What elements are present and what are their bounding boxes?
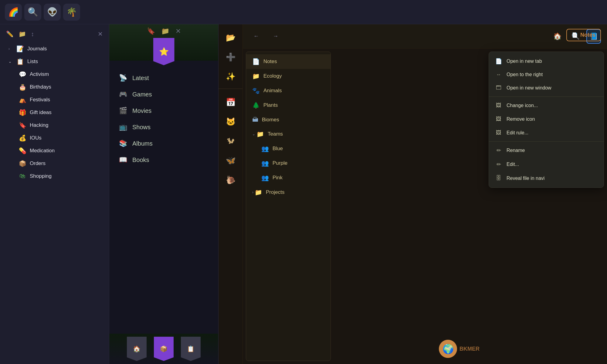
notes-item-blue[interactable]: 👥 Blue [246, 141, 331, 156]
sidebar-item-activism[interactable]: 💬 Activism [2, 68, 107, 80]
panel-folder-add-icon[interactable]: 📂 [222, 29, 239, 46]
panel-cat-icon[interactable]: 🐱 [222, 113, 239, 130]
blue-label: Blue [273, 146, 283, 152]
notes-tab-button[interactable]: 📄 Notes [566, 29, 601, 41]
sidebar-item-journals[interactable]: › 📝 Journals [2, 43, 107, 55]
bookmark-add-icon[interactable]: 🔖 [147, 27, 155, 35]
bookmark-panel: 🔖 📁 ✕ ⭐ 📡 Latest 🎮 Games [109, 24, 219, 364]
panel-snail-icon[interactable]: 🐌 [222, 171, 239, 188]
alien-icon[interactable]: 👽 [44, 4, 61, 21]
shopping-icon: 🛍 [18, 173, 27, 180]
ctx-open-new-window[interactable]: 🗔 Open in new window [489, 81, 604, 95]
home-bookmark-flag[interactable]: 🏠 [127, 337, 147, 361]
bookmark-item-books[interactable]: 📖 Books [109, 152, 218, 168]
journals-icon: 📝 [16, 45, 24, 52]
pink-icon: 👥 [261, 174, 269, 181]
notes-item-animals[interactable]: 🐾 Animals [246, 83, 331, 98]
panel-squirrel-icon[interactable]: 🐿 [222, 133, 239, 150]
watermark-text: BKMER [459, 346, 480, 352]
context-area: 📄 Notes 📁 Ecology 🐾 Animals 🌲 Plants 🏔 [243, 49, 607, 364]
panel-calendar-icon[interactable]: 📅 [222, 94, 239, 111]
notes-item-notes-label: Notes [263, 59, 277, 65]
games-label: Games [132, 91, 152, 98]
palm-icon[interactable]: 🌴 [63, 4, 80, 21]
orders-icon: 📦 [18, 160, 27, 167]
sidebar-item-shopping[interactable]: 🛍 Shopping [2, 170, 107, 182]
movies-icon: 🎬 [118, 107, 127, 115]
ctx-open-new-tab[interactable]: 📄 Open in new tab [489, 54, 604, 68]
notes-item-teams[interactable]: ⌄ 📁 Teams [246, 127, 331, 141]
search-app-icon[interactable]: 🔍 [24, 4, 41, 21]
list-bookmark-flag[interactable]: 📋 [181, 337, 201, 361]
festivals-icon: ⛺ [18, 96, 27, 103]
bookmark-item-albums[interactable]: 📚 Albums [109, 135, 218, 152]
forward-icon[interactable]: → [268, 29, 283, 44]
movies-label: Movies [132, 107, 151, 114]
edit-icon[interactable]: ✏️ [6, 30, 14, 38]
ecology-icon: 📁 [252, 72, 260, 80]
watermark-area: 🌍 BKMER [439, 340, 480, 358]
rainbow-icon[interactable]: 🌈 [5, 4, 22, 21]
ious-label: IOUs [30, 135, 42, 141]
notes-tab-icon: 📄 [572, 32, 578, 38]
sidebar-item-orders[interactable]: 📦 Orders [2, 157, 107, 170]
notes-item-ecology[interactable]: 📁 Ecology [246, 69, 331, 83]
medication-icon: 💊 [18, 147, 27, 154]
plants-icon: 🌲 [252, 102, 260, 109]
albums-icon: 📚 [118, 140, 127, 147]
avatar: 🌍 [439, 340, 457, 358]
remove-icon-icon: 🖼 [495, 116, 502, 122]
sidebar: ✏️ 📁 ↕ ✕ › 📝 Journals ⌄ 📋 Lists 💬 Activi… [0, 24, 109, 364]
ctx-edit-rule[interactable]: 🖼 Edit rule... [489, 126, 604, 140]
sidebar-item-medication[interactable]: 💊 Medication [2, 145, 107, 157]
notes-item-biomes[interactable]: 🏔 Biomes [246, 113, 331, 127]
sort-icon[interactable]: ↕ [31, 31, 34, 38]
ctx-edit[interactable]: ✏ Edit... [489, 157, 604, 171]
archive-bookmark-flag[interactable]: 📦 [154, 337, 174, 361]
home-tab-icon[interactable]: 🏠 [550, 29, 565, 44]
bookmark-item-shows[interactable]: 📺 Shows [109, 119, 218, 135]
panel-add-icon[interactable]: ➕ [222, 49, 239, 66]
bookmark-item-latest[interactable]: 📡 Latest [109, 70, 218, 86]
bookmark-item-movies[interactable]: 🎬 Movies [109, 103, 218, 119]
bookmark-item-games[interactable]: 🎮 Games [109, 86, 218, 103]
panel-sparkle-icon[interactable]: ✨ [222, 68, 239, 85]
edit-rule-icon: 🖼 [495, 130, 502, 136]
orders-label: Orders [30, 160, 46, 167]
panel-butterfly-icon[interactable]: 🦋 [222, 152, 239, 169]
sidebar-item-hacking[interactable]: 🔖 Hacking [2, 119, 107, 131]
bookmark-folder-icon[interactable]: 📁 [161, 27, 169, 35]
open-right-label: Open to the right [507, 72, 543, 77]
star-bookmark-flag[interactable]: ⭐ [153, 38, 175, 65]
bookmark-close-icon[interactable]: ✕ [175, 27, 181, 35]
teams-label: Teams [268, 131, 283, 137]
ctx-reveal-file[interactable]: 🗄 Reveal file in navi [489, 171, 604, 185]
birthdays-icon: 🎂 [18, 83, 27, 91]
back-icon[interactable]: ← [249, 29, 263, 44]
open-new-tab-icon: 📄 [495, 58, 502, 65]
ctx-change-icon[interactable]: 🖼 Change icon... [489, 99, 604, 112]
notes-dropdown: 📄 Notes 📁 Ecology 🐾 Animals 🌲 Plants 🏔 [246, 52, 331, 361]
edit-label: Edit... [507, 162, 519, 167]
icon-side-panel: 📂 ➕ ✨ 📅 🐱 🐿 🦋 🐌 [219, 24, 243, 364]
notes-item-projects[interactable]: › 📁 Projects [246, 185, 331, 200]
sidebar-item-lists[interactable]: ⌄ 📋 Lists [2, 56, 107, 68]
sidebar-item-festivals[interactable]: ⛺ Festivals [2, 94, 107, 106]
ctx-rename[interactable]: ✏ Rename [489, 143, 604, 157]
add-folder-icon[interactable]: 📁 [19, 30, 26, 38]
books-icon: 📖 [118, 156, 127, 164]
close-sidebar-icon[interactable]: ✕ [98, 30, 103, 38]
sidebar-item-birthdays[interactable]: 🎂 Birthdays [2, 81, 107, 93]
reveal-file-label: Reveal file in navi [507, 176, 544, 181]
notes-item-purple[interactable]: 👥 Purple [246, 156, 331, 170]
rename-icon: ✏ [495, 147, 502, 154]
sidebar-item-gift-ideas[interactable]: 🎁 Gift ideas [2, 106, 107, 119]
ctx-open-right[interactable]: ↔ Open to the right [489, 68, 604, 81]
notes-item-notes[interactable]: 📄 Notes [246, 54, 331, 69]
notes-item-pink[interactable]: 👥 Pink [246, 170, 331, 185]
notes-item-plants[interactable]: 🌲 Plants [246, 98, 331, 113]
ctx-divider-1 [489, 96, 604, 97]
change-icon-icon: 🖼 [495, 102, 502, 109]
sidebar-item-ious[interactable]: 💰 IOUs [2, 132, 107, 144]
ctx-remove-icon[interactable]: 🖼 Remove icon [489, 112, 604, 126]
